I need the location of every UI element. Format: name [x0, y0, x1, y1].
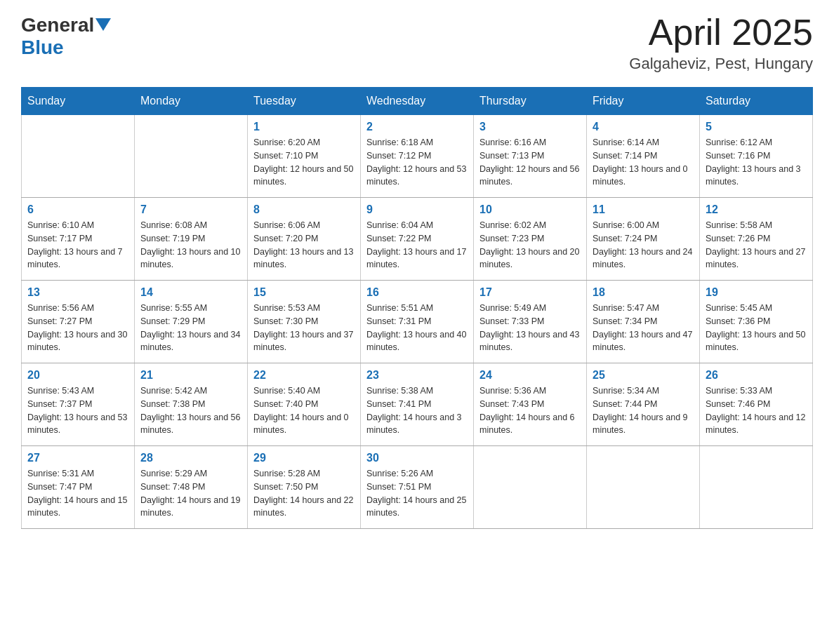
calendar-day-cell: 16Sunrise: 5:51 AMSunset: 7:31 PMDayligh…: [361, 281, 474, 363]
calendar-day-cell: 11Sunrise: 6:00 AMSunset: 7:24 PMDayligh…: [587, 198, 700, 281]
day-info: Sunrise: 6:02 AMSunset: 7:23 PMDaylight:…: [479, 219, 581, 271]
day-number: 16: [366, 286, 468, 299]
day-info: Sunrise: 6:08 AMSunset: 7:19 PMDaylight:…: [140, 219, 241, 271]
day-number: 25: [593, 369, 694, 382]
day-info: Sunrise: 5:29 AMSunset: 7:48 PMDaylight:…: [140, 467, 241, 520]
calendar-day-cell: 1Sunrise: 6:20 AMSunset: 7:10 PMDaylight…: [248, 115, 361, 198]
day-number: 19: [706, 286, 807, 299]
day-number: 27: [27, 452, 128, 464]
day-number: 7: [140, 203, 241, 216]
calendar-week-row: 6Sunrise: 6:10 AMSunset: 7:17 PMDaylight…: [22, 198, 813, 281]
calendar-day-cell: 19Sunrise: 5:45 AMSunset: 7:36 PMDayligh…: [700, 281, 813, 363]
day-number: 15: [253, 286, 355, 299]
calendar-table: SundayMondayTuesdayWednesdayThursdayFrid…: [21, 87, 813, 529]
calendar-day-cell: [135, 115, 248, 198]
logo: General Blue: [21, 14, 111, 59]
day-number: 30: [366, 452, 468, 464]
day-of-week-header: Tuesday: [248, 88, 361, 115]
day-info: Sunrise: 5:58 AMSunset: 7:26 PMDaylight:…: [706, 219, 807, 271]
day-of-week-header: Wednesday: [361, 88, 474, 115]
month-title: April 2025: [629, 14, 813, 51]
calendar-day-cell: 21Sunrise: 5:42 AMSunset: 7:38 PMDayligh…: [135, 363, 248, 446]
day-info: Sunrise: 5:47 AMSunset: 7:34 PMDaylight:…: [593, 302, 694, 354]
day-info: Sunrise: 5:31 AMSunset: 7:47 PMDaylight:…: [27, 467, 128, 520]
day-number: 14: [140, 286, 241, 299]
calendar-week-row: 1Sunrise: 6:20 AMSunset: 7:10 PMDaylight…: [22, 115, 813, 198]
calendar-day-cell: 27Sunrise: 5:31 AMSunset: 7:47 PMDayligh…: [22, 446, 135, 529]
day-number: 2: [366, 121, 468, 133]
day-info: Sunrise: 5:51 AMSunset: 7:31 PMDaylight:…: [366, 302, 468, 354]
calendar-day-cell: 26Sunrise: 5:33 AMSunset: 7:46 PMDayligh…: [700, 363, 813, 446]
day-number: 21: [140, 369, 241, 382]
calendar-day-cell: 8Sunrise: 6:06 AMSunset: 7:20 PMDaylight…: [248, 198, 361, 281]
day-info: Sunrise: 5:38 AMSunset: 7:41 PMDaylight:…: [366, 384, 468, 437]
calendar-day-cell: 6Sunrise: 6:10 AMSunset: 7:17 PMDaylight…: [22, 198, 135, 281]
day-number: 11: [593, 203, 694, 216]
calendar-day-cell: 15Sunrise: 5:53 AMSunset: 7:30 PMDayligh…: [248, 281, 361, 363]
calendar-day-cell: 23Sunrise: 5:38 AMSunset: 7:41 PMDayligh…: [361, 363, 474, 446]
calendar-day-cell: [700, 446, 813, 529]
calendar-day-cell: 5Sunrise: 6:12 AMSunset: 7:16 PMDaylight…: [700, 115, 813, 198]
day-number: 23: [366, 369, 468, 382]
day-number: 1: [253, 121, 355, 133]
day-info: Sunrise: 5:26 AMSunset: 7:51 PMDaylight:…: [366, 467, 468, 520]
day-number: 3: [479, 121, 581, 133]
calendar-week-row: 20Sunrise: 5:43 AMSunset: 7:37 PMDayligh…: [22, 363, 813, 446]
day-number: 8: [253, 203, 355, 216]
day-info: Sunrise: 5:34 AMSunset: 7:44 PMDaylight:…: [593, 384, 694, 437]
day-info: Sunrise: 6:00 AMSunset: 7:24 PMDaylight:…: [593, 219, 694, 271]
calendar-day-cell: 30Sunrise: 5:26 AMSunset: 7:51 PMDayligh…: [361, 446, 474, 529]
day-info: Sunrise: 5:55 AMSunset: 7:29 PMDaylight:…: [140, 302, 241, 354]
day-info: Sunrise: 6:18 AMSunset: 7:12 PMDaylight:…: [366, 136, 468, 189]
day-of-week-header: Monday: [135, 88, 248, 115]
day-of-week-header: Sunday: [22, 88, 135, 115]
day-number: 24: [479, 369, 581, 382]
day-number: 5: [706, 121, 807, 133]
day-info: Sunrise: 5:49 AMSunset: 7:33 PMDaylight:…: [479, 302, 581, 354]
logo-triangle-icon: [95, 18, 111, 34]
calendar-day-cell: 18Sunrise: 5:47 AMSunset: 7:34 PMDayligh…: [587, 281, 700, 363]
calendar-day-cell: [474, 446, 587, 529]
logo-general: General: [21, 14, 94, 36]
day-number: 9: [366, 203, 468, 216]
day-info: Sunrise: 5:33 AMSunset: 7:46 PMDaylight:…: [706, 384, 807, 437]
day-info: Sunrise: 5:28 AMSunset: 7:50 PMDaylight:…: [253, 467, 355, 520]
calendar-day-cell: 9Sunrise: 6:04 AMSunset: 7:22 PMDaylight…: [361, 198, 474, 281]
day-info: Sunrise: 5:42 AMSunset: 7:38 PMDaylight:…: [140, 384, 241, 437]
day-info: Sunrise: 5:53 AMSunset: 7:30 PMDaylight:…: [253, 302, 355, 354]
title-section: April 2025 Galgaheviz, Pest, Hungary: [629, 14, 813, 73]
day-number: 12: [706, 203, 807, 216]
calendar-day-cell: 13Sunrise: 5:56 AMSunset: 7:27 PMDayligh…: [22, 281, 135, 363]
calendar-day-cell: 20Sunrise: 5:43 AMSunset: 7:37 PMDayligh…: [22, 363, 135, 446]
calendar-day-cell: 4Sunrise: 6:14 AMSunset: 7:14 PMDaylight…: [587, 115, 700, 198]
day-number: 20: [27, 369, 128, 382]
calendar-day-cell: 7Sunrise: 6:08 AMSunset: 7:19 PMDaylight…: [135, 198, 248, 281]
calendar-day-cell: 24Sunrise: 5:36 AMSunset: 7:43 PMDayligh…: [474, 363, 587, 446]
calendar-header-row: SundayMondayTuesdayWednesdayThursdayFrid…: [22, 88, 813, 115]
day-number: 4: [593, 121, 694, 133]
calendar-day-cell: 22Sunrise: 5:40 AMSunset: 7:40 PMDayligh…: [248, 363, 361, 446]
calendar-day-cell: 28Sunrise: 5:29 AMSunset: 7:48 PMDayligh…: [135, 446, 248, 529]
day-info: Sunrise: 6:06 AMSunset: 7:20 PMDaylight:…: [253, 219, 355, 271]
day-info: Sunrise: 5:56 AMSunset: 7:27 PMDaylight:…: [27, 302, 128, 354]
day-number: 28: [140, 452, 241, 464]
calendar-day-cell: 29Sunrise: 5:28 AMSunset: 7:50 PMDayligh…: [248, 446, 361, 529]
calendar-day-cell: 14Sunrise: 5:55 AMSunset: 7:29 PMDayligh…: [135, 281, 248, 363]
calendar-day-cell: [587, 446, 700, 529]
day-number: 10: [479, 203, 581, 216]
calendar-day-cell: 25Sunrise: 5:34 AMSunset: 7:44 PMDayligh…: [587, 363, 700, 446]
day-info: Sunrise: 5:36 AMSunset: 7:43 PMDaylight:…: [479, 384, 581, 437]
day-of-week-header: Thursday: [474, 88, 587, 115]
calendar-day-cell: 2Sunrise: 6:18 AMSunset: 7:12 PMDaylight…: [361, 115, 474, 198]
day-number: 17: [479, 286, 581, 299]
calendar-day-cell: 12Sunrise: 5:58 AMSunset: 7:26 PMDayligh…: [700, 198, 813, 281]
calendar-day-cell: 10Sunrise: 6:02 AMSunset: 7:23 PMDayligh…: [474, 198, 587, 281]
day-number: 26: [706, 369, 807, 382]
day-number: 29: [253, 452, 355, 464]
day-info: Sunrise: 5:43 AMSunset: 7:37 PMDaylight:…: [27, 384, 128, 437]
day-number: 22: [253, 369, 355, 382]
day-info: Sunrise: 6:14 AMSunset: 7:14 PMDaylight:…: [593, 136, 694, 189]
calendar-day-cell: 3Sunrise: 6:16 AMSunset: 7:13 PMDaylight…: [474, 115, 587, 198]
day-info: Sunrise: 6:10 AMSunset: 7:17 PMDaylight:…: [27, 219, 128, 271]
day-info: Sunrise: 6:12 AMSunset: 7:16 PMDaylight:…: [706, 136, 807, 189]
